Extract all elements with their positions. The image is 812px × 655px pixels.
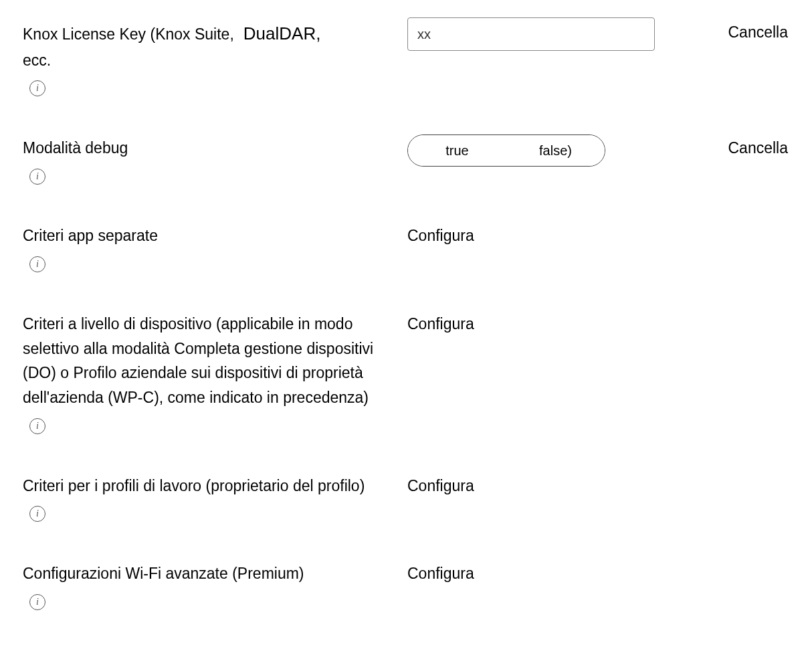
configure-button[interactable]: Configura: [407, 474, 474, 498]
info-icon[interactable]: [29, 418, 45, 434]
info-icon[interactable]: [29, 80, 45, 96]
license-key-label: Knox License Key (Knox Suite,DualDAR,: [23, 20, 394, 48]
license-label-main: Knox License Key (Knox Suite,: [23, 25, 234, 43]
license-label-line2: ecc.: [23, 48, 394, 73]
work-profiles-label: Criteri per i profili di lavoro (proprie…: [23, 474, 394, 498]
configure-button[interactable]: Configura: [407, 561, 474, 586]
debug-true-option[interactable]: true: [408, 135, 506, 166]
info-icon[interactable]: [29, 594, 45, 610]
cancel-button[interactable]: Cancella: [728, 139, 789, 157]
cancel-button[interactable]: Cancella: [728, 23, 789, 41]
configure-button[interactable]: Configura: [407, 312, 474, 337]
info-icon[interactable]: [29, 169, 45, 185]
row-license-key: Knox License Key (Knox Suite,DualDAR, ec…: [23, 20, 792, 98]
wifi-advanced-label: Configurazioni Wi-Fi avanzate (Premium): [23, 561, 394, 586]
configure-button[interactable]: Configura: [407, 223, 474, 248]
debug-false-option[interactable]: false): [506, 135, 605, 166]
separate-apps-label: Criteri app separate: [23, 223, 394, 248]
row-device-policies: Criteri a livello di dispositivo (applic…: [23, 312, 792, 436]
device-policies-label: Criteri a livello di dispositivo (applic…: [23, 312, 394, 410]
debug-mode-toggle[interactable]: true false): [407, 134, 605, 167]
row-wifi-advanced: Configurazioni Wi-Fi avanzate (Premium) …: [23, 561, 792, 612]
license-key-input[interactable]: [407, 17, 655, 51]
info-icon[interactable]: [29, 506, 45, 522]
row-work-profiles: Criteri per i profili di lavoro (proprie…: [23, 474, 792, 524]
info-icon[interactable]: [29, 256, 45, 272]
row-debug-mode: Modalità debug true false) Cancella: [23, 136, 792, 186]
debug-mode-label: Modalità debug: [23, 136, 394, 161]
row-separate-apps: Criteri app separate Configura: [23, 223, 792, 274]
license-label-suffix: DualDAR,: [243, 23, 321, 43]
